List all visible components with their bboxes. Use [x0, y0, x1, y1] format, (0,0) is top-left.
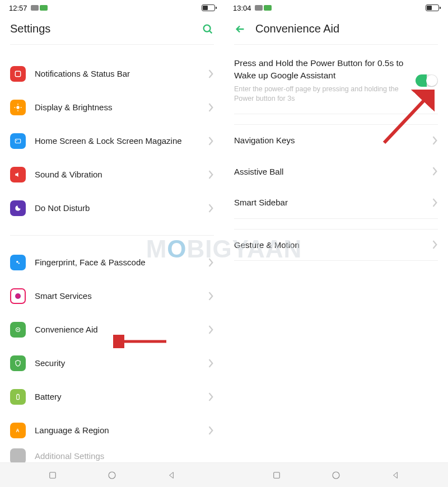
battery-icon — [202, 4, 215, 11]
item-label: Convenience Aid — [35, 324, 199, 335]
shield-icon — [10, 355, 26, 371]
chevron-right-icon — [432, 136, 438, 145]
svg-point-10 — [16, 261, 18, 263]
chevron-right-icon — [208, 69, 214, 78]
chevron-right-icon — [208, 170, 214, 179]
chevron-right-icon — [208, 359, 214, 368]
convenience-aid-screen: 13:04 Convenience Aid Press and Hold the… — [224, 0, 448, 487]
list-item-gesture-motion[interactable]: Gesture & Motion — [224, 230, 448, 261]
chevron-right-icon — [208, 325, 214, 334]
svg-rect-2 — [15, 71, 20, 76]
chevron-right-icon — [208, 258, 214, 267]
battery-icon — [426, 4, 439, 11]
sound-icon — [10, 167, 26, 182]
status-indicator-icon — [31, 5, 39, 11]
chevron-right-icon — [432, 167, 438, 176]
brightness-icon — [10, 100, 26, 115]
item-label: Security — [35, 358, 199, 369]
list-item-sound[interactable]: Sound & Vibration — [0, 158, 224, 191]
svg-point-3 — [16, 106, 19, 109]
svg-rect-17 — [50, 472, 56, 478]
svg-point-9 — [16, 140, 17, 141]
chevron-right-icon — [208, 137, 214, 146]
nav-home-button[interactable] — [329, 469, 343, 482]
page-title: Convenience Aid — [255, 22, 438, 35]
back-icon[interactable] — [234, 23, 246, 35]
svg-rect-14 — [17, 395, 20, 400]
settings-screen: 12:57 Settings Notifications & Status Ba… — [0, 0, 224, 487]
navigation-bar — [0, 462, 224, 487]
status-bar: 13:04 — [224, 0, 448, 16]
header: Settings — [0, 16, 224, 44]
toggle-switch[interactable] — [416, 74, 438, 87]
status-bar: 12:57 — [0, 0, 224, 16]
list-item-smart-sidebar[interactable]: Smart Sidebar — [224, 187, 448, 218]
nav-home-button[interactable] — [105, 469, 119, 482]
svg-point-0 — [204, 25, 211, 31]
item-label: Home Screen & Lock Screen Magazine — [35, 135, 199, 147]
svg-line-1 — [209, 31, 212, 33]
item-label: Language & Region — [35, 425, 199, 436]
item-label: Gesture & Motion — [234, 240, 423, 251]
chevron-right-icon — [432, 198, 438, 207]
item-label: Smart Services — [35, 291, 199, 302]
chevron-right-icon — [432, 240, 438, 249]
page-title: Settings — [10, 22, 193, 35]
item-label: Battery — [35, 391, 199, 402]
nav-recents-button[interactable] — [270, 469, 283, 482]
svg-rect-15 — [17, 394, 18, 395]
item-label: Navigation Keys — [234, 135, 423, 146]
fingerprint-icon — [10, 255, 26, 270]
svg-rect-8 — [15, 139, 20, 143]
nav-back-button[interactable] — [389, 469, 402, 482]
toggle-subtitle: Enter the power-off page by pressing and… — [234, 85, 409, 104]
chevron-right-icon — [208, 292, 214, 301]
list-item-homescreen[interactable]: Home Screen & Lock Screen Magazine — [0, 124, 224, 158]
status-indicator-icon — [255, 5, 263, 11]
item-label: Display & Brightness — [35, 102, 199, 113]
status-time: 13:04 — [233, 4, 251, 12]
status-indicator-icon — [40, 5, 48, 11]
status-indicator-icon — [264, 5, 272, 11]
svg-point-13 — [17, 329, 18, 330]
list-item-fingerprint[interactable]: Fingerprint, Face & Passcode — [0, 246, 224, 279]
additional-icon — [10, 448, 26, 462]
item-label: Fingerprint, Face & Passcode — [35, 257, 199, 268]
settings-list: Notifications & Status Bar Display & Bri… — [0, 45, 224, 462]
convenience-list: Press and Hold the Power Button for 0.5s… — [224, 45, 448, 462]
chevron-right-icon — [208, 103, 214, 112]
item-label: Do Not Disturb — [35, 203, 199, 214]
smart-icon — [10, 288, 26, 304]
list-item-assistive-ball[interactable]: Assistive Ball — [224, 156, 448, 188]
toggle-row-google-assistant[interactable]: Press and Hold the Power Button for 0.5s… — [224, 47, 448, 114]
chevron-right-icon — [208, 426, 214, 435]
homescreen-icon — [10, 133, 26, 149]
search-icon[interactable] — [202, 23, 214, 35]
item-label: Notifications & Status Bar — [35, 68, 199, 79]
header: Convenience Aid — [224, 16, 448, 44]
list-item-battery[interactable]: Battery — [0, 380, 224, 414]
chevron-right-icon — [208, 204, 214, 213]
item-label: Assistive Ball — [234, 166, 423, 177]
list-item-security[interactable]: Security — [0, 346, 224, 380]
list-item-display[interactable]: Display & Brightness — [0, 91, 224, 124]
item-label: Smart Sidebar — [234, 197, 423, 208]
moon-icon — [10, 200, 26, 216]
list-item-convenience-aid[interactable]: Convenience Aid — [0, 313, 224, 346]
navigation-bar — [224, 462, 448, 487]
item-label: Additional Settings — [35, 451, 214, 462]
toggle-title: Press and Hold the Power Button for 0.5s… — [234, 57, 409, 81]
list-item-smart-services[interactable]: Smart Services — [0, 279, 224, 313]
list-item-notifications[interactable]: Notifications & Status Bar — [0, 57, 224, 91]
notification-icon — [10, 66, 26, 82]
list-item-dnd[interactable]: Do Not Disturb — [0, 191, 224, 225]
item-label: Sound & Vibration — [35, 169, 199, 180]
nav-back-button[interactable] — [165, 469, 178, 482]
svg-point-18 — [109, 472, 115, 479]
list-item-language[interactable]: A Language & Region — [0, 414, 224, 447]
nav-recents-button[interactable] — [46, 469, 59, 482]
status-time: 12:57 — [9, 4, 27, 12]
svg-rect-19 — [274, 472, 280, 478]
list-item-additional[interactable]: Additional Settings — [0, 447, 224, 462]
list-item-navigation-keys[interactable]: Navigation Keys — [224, 125, 448, 156]
